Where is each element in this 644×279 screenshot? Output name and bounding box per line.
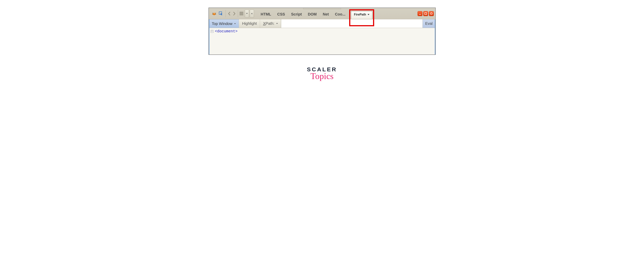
- eval-label: Eval: [425, 21, 433, 26]
- forward-button[interactable]: [232, 10, 237, 17]
- xpath-label: XPath:: [263, 21, 274, 26]
- window-controls: [418, 11, 434, 16]
- svg-line-3: [215, 13, 216, 13]
- firebug-icon[interactable]: [211, 10, 217, 17]
- panel-dropdown-button[interactable]: [245, 10, 249, 17]
- nav-history-group: [226, 10, 238, 17]
- top-window-label: Top Window: [212, 21, 232, 26]
- panel-menu-icon[interactable]: [239, 11, 244, 16]
- tab-dom[interactable]: DOM: [305, 10, 320, 19]
- chevron-down-icon: [234, 23, 236, 24]
- chevron-down-icon: [276, 23, 278, 24]
- svg-line-2: [212, 13, 213, 13]
- expand-toggle[interactable]: +: [211, 30, 214, 33]
- eval-button[interactable]: Eval: [423, 19, 435, 28]
- tab-cookies[interactable]: Coo...: [332, 10, 348, 19]
- svg-point-1: [213, 13, 215, 14]
- tab-net[interactable]: Net: [320, 10, 332, 19]
- tab-firepath-label: FirePath: [354, 13, 366, 16]
- xpath-mode-dropdown[interactable]: XPath:: [260, 19, 281, 28]
- tab-firepath[interactable]: FirePath: [351, 11, 372, 19]
- svg-rect-8: [425, 13, 426, 14]
- minimize-button[interactable]: [418, 11, 422, 16]
- main-toolbar: HTML CSS Script DOM Net Coo... FirePath: [209, 8, 435, 19]
- back-button[interactable]: [227, 10, 232, 17]
- panel-tabs: HTML CSS Script DOM Net Coo... FirePath: [258, 8, 415, 19]
- chevron-down-icon: [368, 14, 370, 15]
- detach-button[interactable]: [423, 11, 428, 16]
- result-tree: + <document>: [209, 28, 435, 54]
- firebug-panel: HTML CSS Script DOM Net Coo... FirePath: [208, 7, 436, 55]
- inspect-icon[interactable]: [218, 10, 224, 17]
- scaler-topics-logo: SCALER Topics: [307, 66, 337, 81]
- document-node[interactable]: <document>: [215, 29, 238, 33]
- tree-row[interactable]: + <document>: [211, 29, 434, 33]
- panel-collapse-button[interactable]: [250, 10, 254, 17]
- firepath-toolbar: Top Window Highlight XPath: Eval: [209, 19, 435, 28]
- highlight-label: Highlight: [242, 21, 257, 26]
- close-button[interactable]: [429, 11, 434, 16]
- logo-line2: Topics: [307, 71, 337, 81]
- drag-handle[interactable]: [303, 8, 341, 9]
- top-window-dropdown[interactable]: Top Window: [209, 19, 239, 28]
- firepath-highlight-box: FirePath: [349, 9, 374, 26]
- highlight-button[interactable]: Highlight: [239, 19, 260, 28]
- tab-html[interactable]: HTML: [258, 10, 274, 19]
- tab-css[interactable]: CSS: [274, 10, 288, 19]
- tab-script[interactable]: Script: [288, 10, 305, 19]
- svg-rect-7: [419, 14, 421, 14]
